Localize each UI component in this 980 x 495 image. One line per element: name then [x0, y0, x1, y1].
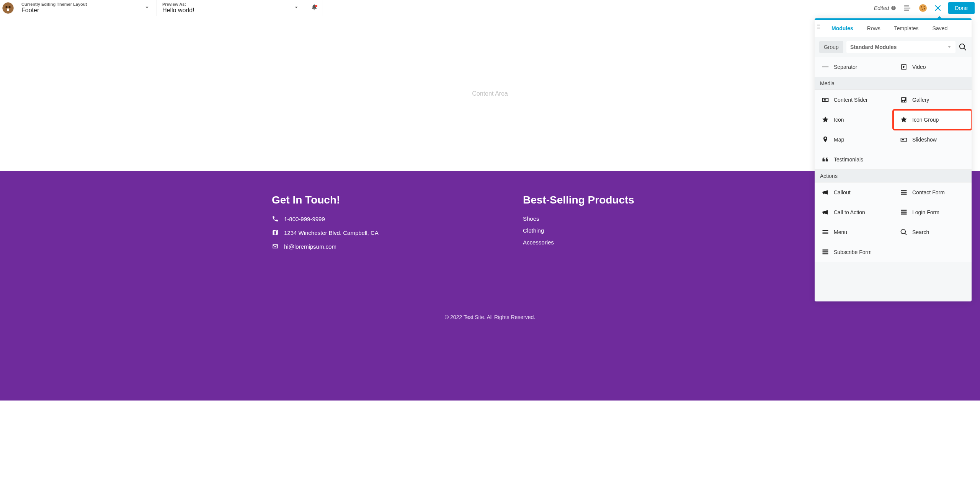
separator-icon: [822, 63, 829, 71]
add-content-panel[interactable]: ModulesRowsTemplatesSaved Group Standard…: [815, 18, 972, 301]
module-label: Call to Action: [834, 209, 865, 215]
module-gallery[interactable]: Gallery: [893, 90, 972, 110]
notifications-button[interactable]: [306, 0, 322, 16]
footer-col-contact: Get In Touch! 1-800-999-9999 1234 Winche…: [272, 194, 500, 257]
menu-icon: [822, 228, 829, 236]
form-icon: [900, 189, 908, 196]
module-label: Gallery: [912, 97, 929, 103]
footer-links: ShoesClothingAccessories: [523, 215, 634, 246]
svg-point-7: [921, 8, 923, 10]
chevron-down-icon: [294, 5, 299, 11]
svg-point-6: [923, 6, 924, 7]
module-subscribe-form[interactable]: Subscribe Form: [815, 242, 893, 262]
module-label: Search: [912, 229, 929, 235]
svg-point-0: [2, 2, 13, 13]
phone-icon: [272, 215, 279, 222]
module-label: Menu: [834, 229, 847, 235]
module-label: Icon: [834, 117, 844, 123]
footer-address[interactable]: 1234 Winchester Blvd. Campbell, CA: [284, 230, 379, 236]
star-icon: [900, 116, 908, 124]
module-search[interactable]: Search: [893, 222, 972, 242]
layout-value: Footer: [21, 7, 151, 14]
module-label: Icon Group: [912, 117, 939, 123]
panel-pointer: [936, 16, 943, 20]
module-slideshow[interactable]: Slideshow: [893, 130, 972, 150]
outline-button[interactable]: [903, 4, 911, 12]
module-label: Video: [912, 64, 926, 70]
module-separator[interactable]: Separator: [815, 57, 893, 77]
category-header: Actions: [815, 169, 972, 182]
done-button[interactable]: Done: [948, 2, 975, 14]
tab-templates[interactable]: Templates: [887, 20, 926, 37]
svg-point-4: [919, 4, 927, 12]
bullhorn-icon: [822, 208, 829, 216]
module-label: Slideshow: [912, 137, 937, 143]
tab-rows[interactable]: Rows: [860, 20, 887, 37]
close-icon: [934, 5, 941, 11]
gallery-icon: [900, 96, 908, 104]
panel-body[interactable]: SeparatorVideoMediaContent SliderGallery…: [815, 57, 972, 301]
footer-email[interactable]: hi@loremipsum.com: [284, 243, 336, 250]
map-icon: [272, 229, 279, 236]
module-login-form[interactable]: Login Form: [893, 202, 972, 222]
cookie-icon: [918, 3, 928, 13]
video-icon: [900, 63, 908, 71]
footer-link[interactable]: Accessories: [523, 239, 634, 246]
envelope-icon: [272, 243, 279, 250]
layout-selector[interactable]: Currently Editing Themer Layout Footer: [16, 0, 157, 16]
panel-tabs: ModulesRowsTemplatesSaved: [815, 20, 972, 37]
module-call-to-action[interactable]: Call to Action: [815, 202, 893, 222]
module-callout[interactable]: Callout: [815, 182, 893, 202]
preview-label: Preview As:: [162, 2, 301, 7]
module-label: Login Form: [912, 209, 939, 215]
tab-modules[interactable]: Modules: [825, 20, 860, 37]
footer-link[interactable]: Clothing: [523, 227, 634, 234]
assistant-button[interactable]: [918, 3, 928, 13]
module-icon[interactable]: Icon: [815, 110, 893, 130]
group-select-value: Standard Modules: [850, 44, 897, 50]
svg-rect-3: [7, 8, 9, 11]
search-icon: [900, 228, 908, 236]
footer-email-row: hi@loremipsum.com: [272, 243, 500, 250]
svg-point-2: [8, 6, 10, 8]
close-button[interactable]: [934, 5, 941, 11]
svg-point-8: [924, 8, 925, 9]
tab-saved[interactable]: Saved: [926, 20, 955, 37]
module-testimonials[interactable]: Testimonials: [815, 150, 893, 169]
footer-phone-row: 1-800-999-9999: [272, 215, 500, 222]
search-icon[interactable]: [959, 43, 967, 51]
module-icon-group[interactable]: Icon Group: [893, 110, 972, 130]
group-select[interactable]: Standard Modules: [846, 41, 956, 53]
footer-phone[interactable]: 1-800-999-9999: [284, 216, 325, 222]
star-icon: [822, 116, 829, 124]
quote-icon: [822, 156, 829, 163]
module-label: Contact Form: [912, 189, 945, 195]
get-in-touch-title: Get In Touch!: [272, 194, 500, 206]
module-label: Map: [834, 137, 844, 143]
outline-icon: [903, 4, 911, 12]
svg-point-1: [5, 6, 7, 8]
footer-link[interactable]: Shoes: [523, 215, 634, 222]
chevron-down-icon: [144, 5, 150, 11]
module-label: Subscribe Form: [834, 249, 872, 255]
slider-icon: [822, 96, 829, 104]
map-icon: [822, 136, 829, 143]
module-map[interactable]: Map: [815, 130, 893, 150]
best-selling-title: Best-Selling Products: [523, 194, 634, 206]
module-contact-form[interactable]: Contact Form: [893, 182, 972, 202]
module-menu[interactable]: Menu: [815, 222, 893, 242]
chevron-down-icon: [947, 45, 952, 49]
module-video[interactable]: Video: [893, 57, 972, 77]
module-content-slider[interactable]: Content Slider: [815, 90, 893, 110]
module-label: Testimonials: [834, 156, 863, 163]
group-filter-button[interactable]: Group: [819, 41, 843, 53]
module-label: Separator: [834, 64, 857, 70]
form-icon: [900, 208, 908, 216]
panel-drag-handle[interactable]: [817, 24, 820, 29]
module-label: Callout: [834, 189, 851, 195]
notification-dot: [315, 5, 317, 7]
bullhorn-icon: [822, 189, 829, 196]
preview-selector[interactable]: Preview As: Hello world!: [157, 0, 306, 16]
svg-point-5: [921, 6, 922, 7]
edited-status[interactable]: Edited: [874, 5, 896, 11]
